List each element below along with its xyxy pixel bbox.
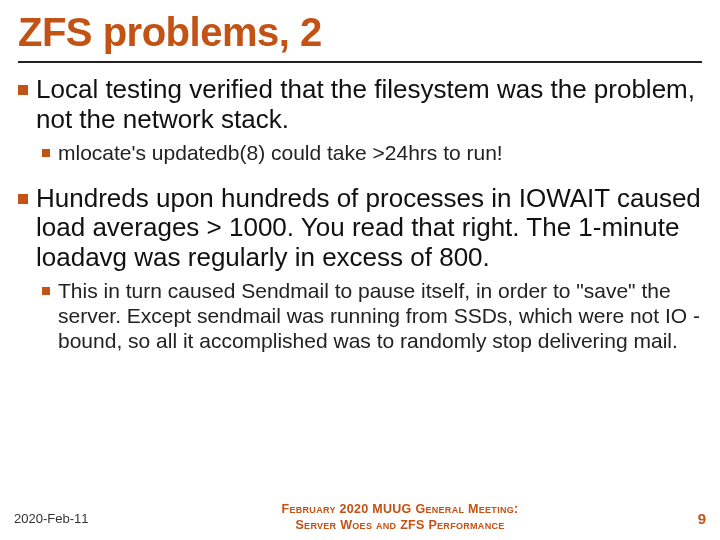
- square-bullet-icon: [42, 149, 50, 157]
- footer-page-number: 9: [666, 510, 706, 527]
- bullet-item: Hundreds upon hundreds of processes in I…: [18, 184, 702, 274]
- footer-title: February 2020 MUUG General Meeting: Serv…: [134, 502, 666, 533]
- slide: ZFS problems, 2 Local testing verified t…: [0, 0, 720, 540]
- footer-title-line2: Server Woes and ZFS Performance: [295, 518, 504, 532]
- bullet-text: Local testing verified that the filesyst…: [36, 75, 702, 135]
- footer-title-line1: February 2020 MUUG General Meeting:: [282, 502, 519, 516]
- square-bullet-icon: [18, 85, 28, 95]
- sub-bullet-item: This in turn caused Sendmail to pause it…: [42, 279, 702, 353]
- bullet-item: Local testing verified that the filesyst…: [18, 75, 702, 135]
- square-bullet-icon: [18, 194, 28, 204]
- sub-bullet-item: mlocate's updatedb(8) could take >24hrs …: [42, 141, 702, 166]
- bullet-text: This in turn caused Sendmail to pause it…: [58, 279, 702, 353]
- slide-footer: 2020-Feb-11 February 2020 MUUG General M…: [0, 496, 720, 540]
- footer-date: 2020-Feb-11: [14, 511, 134, 526]
- bullet-text: Hundreds upon hundreds of processes in I…: [36, 184, 702, 274]
- bullet-text: mlocate's updatedb(8) could take >24hrs …: [58, 141, 702, 166]
- slide-title: ZFS problems, 2: [18, 10, 702, 63]
- square-bullet-icon: [42, 287, 50, 295]
- slide-content: Local testing verified that the filesyst…: [18, 75, 702, 354]
